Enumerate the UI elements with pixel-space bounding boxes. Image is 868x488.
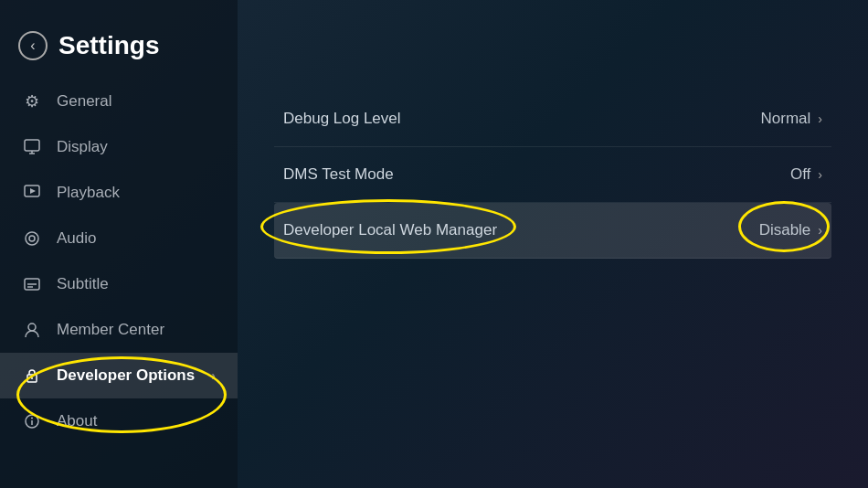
playback-icon	[22, 183, 42, 203]
sidebar-item-general[interactable]: ⚙ General	[0, 79, 238, 124]
dms-test-label: DMS Test Mode	[283, 165, 394, 184]
sidebar-item-developer-options[interactable]: Developer Options ›	[0, 353, 238, 398]
sidebar: ‹ Settings ⚙ General Display Playback	[0, 0, 238, 488]
dev-local-web-value-text: Disable	[759, 221, 811, 239]
sidebar-item-subtitle[interactable]: Subtitle	[0, 261, 238, 307]
settings-list: Debug Log Level Normal › DMS Test Mode O…	[274, 91, 831, 259]
back-button[interactable]: ‹	[18, 31, 48, 60]
dev-local-web-value: Disable ›	[759, 221, 822, 239]
audio-icon	[22, 228, 42, 249]
debug-log-label: Debug Log Level	[283, 110, 401, 128]
svg-marker-4	[30, 188, 36, 194]
svg-point-5	[26, 232, 38, 245]
svg-point-15	[31, 418, 33, 419]
sidebar-label-display: Display	[57, 138, 108, 156]
settings-row-debug-log[interactable]: Debug Log Level Normal ›	[274, 91, 831, 147]
dev-local-web-label: Developer Local Web Manager	[283, 221, 497, 239]
sidebar-item-playback[interactable]: Playback	[0, 170, 238, 216]
general-icon: ⚙	[22, 91, 42, 111]
sidebar-item-audio[interactable]: Audio	[0, 216, 238, 261]
about-icon	[22, 411, 42, 431]
svg-point-6	[29, 236, 35, 241]
svg-point-10	[28, 324, 36, 331]
sidebar-label-audio: Audio	[57, 229, 96, 248]
dms-test-chevron: ›	[818, 167, 822, 182]
settings-row-dms-test[interactable]: DMS Test Mode Off ›	[274, 147, 831, 203]
sidebar-label-playback: Playback	[57, 184, 120, 202]
sidebar-item-about[interactable]: About	[0, 398, 238, 444]
dms-test-value-text: Off	[790, 165, 810, 184]
sidebar-label-subtitle: Subtitle	[57, 275, 109, 293]
svg-point-12	[31, 377, 33, 379]
main-content: Debug Log Level Normal › DMS Test Mode O…	[238, 0, 868, 488]
sidebar-label-developer-options: Developer Options	[57, 366, 195, 385]
display-icon	[22, 137, 42, 157]
svg-rect-0	[25, 140, 39, 151]
dev-local-web-chevron: ›	[818, 223, 822, 238]
developer-options-chevron: ›	[211, 368, 216, 383]
debug-log-value: Normal ›	[761, 110, 822, 128]
sidebar-label-about: About	[57, 412, 97, 430]
subtitle-icon	[22, 274, 42, 294]
settings-row-dev-local-web[interactable]: Developer Local Web Manager Disable ›	[274, 203, 831, 259]
page-header: ‹ Settings	[0, 18, 238, 79]
sidebar-item-display[interactable]: Display	[0, 124, 238, 170]
sidebar-label-general: General	[57, 92, 111, 111]
back-icon: ‹	[30, 37, 35, 54]
sidebar-item-member-center[interactable]: Member Center	[0, 307, 238, 353]
page-title: Settings	[58, 31, 159, 60]
member-center-icon	[22, 320, 42, 340]
developer-options-icon	[22, 366, 42, 386]
sidebar-label-member-center: Member Center	[57, 321, 164, 339]
debug-log-chevron: ›	[818, 111, 822, 126]
dms-test-value: Off ›	[790, 165, 822, 184]
debug-log-value-text: Normal	[761, 110, 811, 128]
